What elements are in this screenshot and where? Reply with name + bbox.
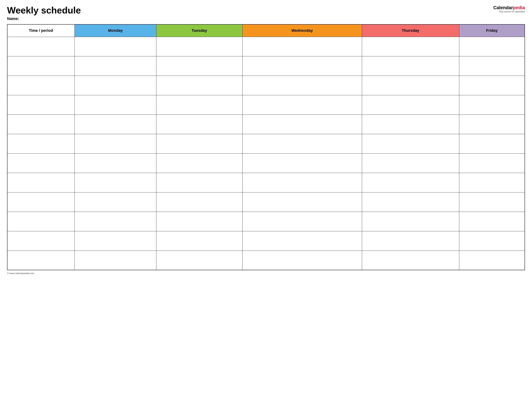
table-cell[interactable] — [459, 231, 525, 251]
table-cell[interactable] — [7, 153, 75, 173]
table-cell[interactable] — [242, 153, 362, 173]
table-cell[interactable] — [242, 76, 362, 95]
table-row — [7, 251, 525, 270]
table-cell[interactable] — [75, 231, 156, 251]
table-cell[interactable] — [7, 231, 75, 251]
table-cell[interactable] — [362, 212, 459, 231]
table-cell[interactable] — [156, 153, 242, 173]
col-header-time: Time / period — [7, 24, 75, 37]
table-cell[interactable] — [7, 173, 75, 192]
table-cell[interactable] — [362, 76, 459, 95]
table-cell[interactable] — [242, 95, 362, 115]
table-cell[interactable] — [156, 76, 242, 95]
table-cell[interactable] — [7, 134, 75, 153]
table-row — [7, 76, 525, 95]
table-cell[interactable] — [156, 173, 242, 192]
table-row — [7, 56, 525, 76]
table-cell[interactable] — [242, 37, 362, 56]
col-header-thursday: Thursday — [362, 24, 459, 37]
table-row — [7, 173, 525, 192]
table-cell[interactable] — [7, 76, 75, 95]
table-cell[interactable] — [362, 56, 459, 76]
title-section: Weekly schedule Name: — [7, 5, 81, 21]
table-cell[interactable] — [242, 56, 362, 76]
table-cell[interactable] — [459, 76, 525, 95]
table-cell[interactable] — [242, 134, 362, 153]
table-cell[interactable] — [156, 192, 242, 212]
copyright: © www.calendarpedia.com — [7, 272, 34, 275]
table-cell[interactable] — [362, 115, 459, 134]
table-cell[interactable] — [156, 134, 242, 153]
table-cell[interactable] — [242, 212, 362, 231]
table-cell[interactable] — [156, 56, 242, 76]
table-cell[interactable] — [75, 153, 156, 173]
table-cell[interactable] — [362, 251, 459, 270]
schedule-table: Time / period Monday Tuesday Wednesday T… — [7, 24, 525, 270]
table-cell[interactable] — [459, 212, 525, 231]
col-header-friday: Friday — [459, 24, 525, 37]
table-cell[interactable] — [459, 56, 525, 76]
table-cell[interactable] — [75, 95, 156, 115]
table-cell[interactable] — [75, 251, 156, 270]
table-row — [7, 37, 525, 56]
table-body — [7, 37, 525, 270]
header-row: Time / period Monday Tuesday Wednesday T… — [7, 24, 525, 37]
table-row — [7, 115, 525, 134]
table-cell[interactable] — [156, 251, 242, 270]
table-cell[interactable] — [242, 192, 362, 212]
logo-subtitle: Your source for calendars — [499, 10, 525, 13]
table-cell[interactable] — [362, 134, 459, 153]
table-cell[interactable] — [459, 153, 525, 173]
table-cell[interactable] — [75, 115, 156, 134]
table-cell[interactable] — [7, 115, 75, 134]
table-cell[interactable] — [362, 95, 459, 115]
table-cell[interactable] — [156, 212, 242, 231]
table-cell[interactable] — [156, 115, 242, 134]
table-row — [7, 153, 525, 173]
table-cell[interactable] — [459, 251, 525, 270]
table-cell[interactable] — [242, 251, 362, 270]
table-cell[interactable] — [156, 37, 242, 56]
table-cell[interactable] — [242, 231, 362, 251]
table-cell[interactable] — [75, 37, 156, 56]
table-cell[interactable] — [362, 153, 459, 173]
table-cell[interactable] — [7, 192, 75, 212]
table-cell[interactable] — [75, 212, 156, 231]
table-row — [7, 134, 525, 153]
name-label: Name: — [7, 16, 81, 21]
table-cell[interactable] — [7, 37, 75, 56]
table-cell[interactable] — [459, 37, 525, 56]
col-header-tuesday: Tuesday — [156, 24, 242, 37]
logo-calendar: Calendar — [493, 5, 513, 10]
table-cell[interactable] — [242, 115, 362, 134]
logo-section: Calendarpedia Your source for calendars — [493, 5, 525, 13]
table-cell[interactable] — [7, 251, 75, 270]
table-cell[interactable] — [459, 173, 525, 192]
table-cell[interactable] — [362, 231, 459, 251]
table-cell[interactable] — [362, 192, 459, 212]
table-cell[interactable] — [75, 134, 156, 153]
logo-pedia: pedia — [513, 5, 525, 10]
table-cell[interactable] — [459, 95, 525, 115]
table-cell[interactable] — [459, 192, 525, 212]
table-header: Time / period Monday Tuesday Wednesday T… — [7, 24, 525, 37]
table-cell[interactable] — [75, 76, 156, 95]
table-row — [7, 192, 525, 212]
table-cell[interactable] — [156, 231, 242, 251]
col-header-monday: Monday — [75, 24, 156, 37]
table-row — [7, 212, 525, 231]
table-cell[interactable] — [75, 56, 156, 76]
footer: © www.calendarpedia.com — [7, 272, 525, 275]
table-cell[interactable] — [7, 95, 75, 115]
table-cell[interactable] — [7, 56, 75, 76]
table-cell[interactable] — [362, 37, 459, 56]
table-cell[interactable] — [459, 134, 525, 153]
table-cell[interactable] — [75, 192, 156, 212]
table-cell[interactable] — [75, 173, 156, 192]
page-header: Weekly schedule Name: Calendarpedia Your… — [7, 5, 525, 21]
table-cell[interactable] — [7, 212, 75, 231]
table-cell[interactable] — [362, 173, 459, 192]
table-cell[interactable] — [459, 115, 525, 134]
table-cell[interactable] — [242, 173, 362, 192]
table-cell[interactable] — [156, 95, 242, 115]
